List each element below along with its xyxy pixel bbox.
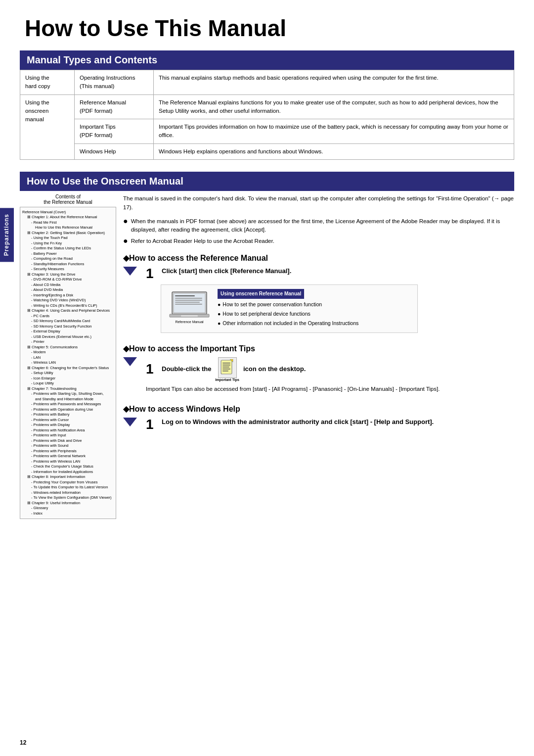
toc-item: - Writing to CDs (B's Recorder/B's CLiP) <box>22 303 114 309</box>
toc-item: - Problems with Display <box>22 423 114 428</box>
toc-item: - About CD Media <box>22 283 114 288</box>
step3-text: Log on to Windows with the administrator… <box>162 418 434 426</box>
onscreen-section: Contents of the Reference Manual Referen… <box>20 194 514 520</box>
step2-row: 1 Double-click the <box>123 357 514 396</box>
toc-item: ⊞ Chapter 5: Communications <box>22 345 114 350</box>
toc-item: - External Display <box>22 329 114 334</box>
toc-item: - Glossary <box>22 506 114 511</box>
toc-title-text: Contents of the Reference Manual <box>44 194 92 205</box>
bullet-dot-1: ● <box>123 217 128 225</box>
toc-item: - Standby/Hibernation Functions <box>22 262 114 267</box>
ref-box-item: ●Other information not included in the O… <box>218 319 358 328</box>
ref-box-item: ●How to set peripheral device functions <box>218 310 358 318</box>
toc-item: - Setup Utility <box>22 371 114 376</box>
toc-item: ⊞ Chapter 6: Changing for the Computer's… <box>22 366 114 371</box>
toc-item: - Security Measures <box>22 267 114 272</box>
ref-box-item-text: How to set peripheral device functions <box>222 310 310 318</box>
toc-item: - PC Cards <box>22 314 114 319</box>
toc-item: - DVD-ROM & CD-R/RW Drive <box>22 277 114 283</box>
ref-info: Using onscreen Reference Manual ●How to … <box>218 289 358 328</box>
manual-types-table: Using the hard copy Operating Instructio… <box>20 70 514 160</box>
toc-item: - SD Memory Card/MultiMedia Card <box>22 319 114 324</box>
svg-rect-2 <box>175 295 195 296</box>
toc-item: - About DVD Media <box>22 287 114 293</box>
toc-item: - Loupe Utility <box>22 381 114 386</box>
toc-item: - Battery Power <box>22 251 114 257</box>
ref-manual-box: Reference Manual Using onscreen Referenc… <box>161 284 418 332</box>
preparations-tab: Preparations <box>0 208 14 262</box>
svg-rect-13 <box>222 367 229 368</box>
step2-content: 1 Double-click the <box>146 357 514 396</box>
tips-step-text-after: icon on the desktop. <box>243 365 306 374</box>
page-title: How to Use This Manual <box>25 15 514 42</box>
section2-header: How to Use the Onscreen Manual <box>20 172 514 191</box>
tips-step: 1 Double-click the <box>146 357 514 381</box>
svg-rect-5 <box>175 302 200 303</box>
svg-rect-8 <box>181 315 198 317</box>
windows-subsection-title: ◆How to access Windows Help <box>123 404 514 414</box>
ref-box-items-list: ●How to set the power conservation funct… <box>218 300 358 327</box>
step-number-3: 1 <box>146 418 158 431</box>
section1-header: Manual Types and Contents <box>20 50 514 70</box>
toc-item: - Problems with General Network <box>22 454 114 459</box>
toc-item: - To Update this Computer to Its Latest … <box>22 485 114 490</box>
toc-item: ⊞ Chapter 9: Useful Information <box>22 501 114 506</box>
toc-item: - Icon Enlarger <box>22 376 114 381</box>
tips-icon <box>218 357 237 378</box>
toc-item: How to Use this Reference Manual <box>22 225 114 231</box>
page-number: 12 <box>20 739 26 746</box>
toc-item: ⊞ Chapter 7: Troubleshooting <box>22 386 114 392</box>
svg-text:Reference Manual: Reference Manual <box>175 320 204 324</box>
toc-item: - Problems with Notification Area <box>22 428 114 433</box>
step1-row: 1 Click [start] then click [Reference Ma… <box>123 267 514 335</box>
table-row: Important Tips (PDF format) Important Ti… <box>20 119 514 144</box>
toc-item: - SD Memory Card Security Function <box>22 324 114 330</box>
toc-item: - Printer <box>22 339 114 345</box>
step3-content: 1 Log on to Windows with the administrat… <box>146 418 514 431</box>
toc-item: - Problems with Starting Up, Shutting Do… <box>22 391 114 397</box>
toc-item: - Problems with Operation during Use <box>22 407 114 413</box>
toc-title: Contents of the Reference Manual <box>20 194 116 205</box>
tips-subsection-title: ◆How to access the Important Tips <box>123 344 514 353</box>
ref-box-item-text: Other information not included in the Op… <box>222 319 358 328</box>
table-row: Using the hard copy Operating Instructio… <box>20 70 514 95</box>
tips-step-text-before: Double-click the <box>162 365 211 374</box>
toc-item: - Using the Fn Key <box>22 241 114 246</box>
toc-item: ⊞ Chapter 2: Getting Started (Basic Oper… <box>22 231 114 236</box>
svg-rect-11 <box>222 363 230 364</box>
toc-item: Reference Manual (Cover) <box>22 210 114 215</box>
toc-item: - Problems with Peripherals <box>22 449 114 454</box>
toc-item: ⊞ Chapter 1: About the Reference Manual <box>22 215 114 220</box>
toc-item: - Check the Computer's Usage Status <box>22 464 114 470</box>
toc-item: - Inserting/Ejecting a Disk <box>22 293 114 298</box>
tips-icon-wrapper: Important Tips <box>215 357 239 381</box>
ref-subsection-label: ◆How to access the Reference Manual <box>123 253 268 263</box>
bullet-item-2: ● Refer to Acrobat Reader Help to use th… <box>123 237 514 245</box>
toc-item: - Problems with Passwords and Messages <box>22 402 114 407</box>
bullet-item-1: ● When the manuals in PDF format (see ab… <box>123 217 514 235</box>
ref-box-item-text: How to set the power conservation functi… <box>222 300 322 309</box>
step-arrow-1 <box>123 267 137 276</box>
windows-subsection-label: ◆How to access Windows Help <box>123 404 240 414</box>
toc-item: - Wireless LAN <box>22 360 114 366</box>
table-row: Using the onscreen manual Reference Manu… <box>20 94 514 119</box>
step-arrow-3 <box>123 418 137 426</box>
step3-row: 1 Log on to Windows with the administrat… <box>123 418 514 431</box>
toc-item: and Standby and Hibernation Mode <box>22 397 114 402</box>
step1-text: Click [start] then click [Reference Manu… <box>162 267 291 276</box>
step-arrow-2 <box>123 357 137 366</box>
toc-item: - Watching DVD Video (WinDVD) <box>22 298 114 303</box>
step-number-2: 1 <box>146 362 158 376</box>
toc-item: - LAN <box>22 355 114 361</box>
toc-item: - Read Me First <box>22 220 114 226</box>
step1-content: 1 Click [start] then click [Reference Ma… <box>146 267 514 335</box>
toc-item: - To View the System Configuration (DMI … <box>22 495 114 501</box>
toc-item: - USB Devices (External Mouse etc.) <box>22 334 114 340</box>
ref-box-label: Using onscreen Reference Manual <box>218 289 304 299</box>
toc-item: - Problems with Disk and Drive <box>22 438 114 444</box>
main-content: The manual is saved in the computer's ha… <box>123 194 514 520</box>
toc-item: - Information for Installed Applications <box>22 470 114 475</box>
tab-label: Preparations <box>3 214 10 256</box>
toc-item: - Index <box>22 511 114 517</box>
svg-rect-6 <box>175 304 202 305</box>
